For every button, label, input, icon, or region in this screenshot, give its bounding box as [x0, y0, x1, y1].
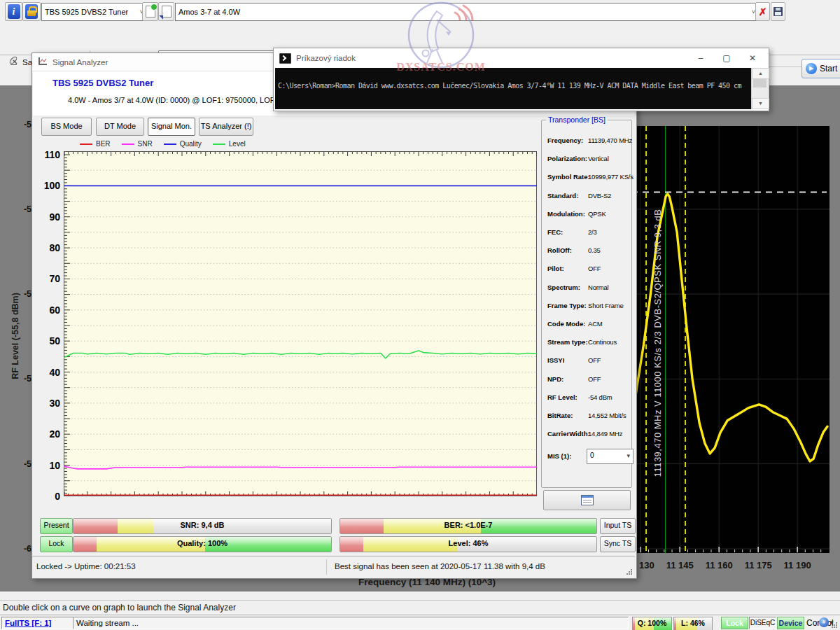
transponder-row-value: OFF [588, 265, 601, 272]
satellite-select[interactable]: Amos 3-7 at 4.0W ˅ [175, 3, 759, 21]
analyzer-statusbar: Locked -> Uptime: 00:21:53 Best signal h… [32, 556, 635, 578]
legend-label: Quality [180, 140, 202, 148]
legend-color-dash [80, 144, 92, 145]
transponder-row-label: NPD: [547, 375, 564, 383]
satellite-dish-icon [8, 55, 20, 69]
input-ts-button[interactable]: Input TS [600, 518, 636, 534]
level-meter: Level: 46% [340, 536, 597, 552]
transponder-row-label: Spectrum: [547, 284, 580, 291]
level-mini-meter: L: 46% [673, 617, 713, 630]
import-page-icon [162, 6, 172, 18]
y-axis-label: 20 [35, 428, 60, 440]
transponder-group: Transponder [BS] Frequency:11139,470 MHz… [541, 120, 632, 488]
diseqc-chip[interactable]: DiSEqC [749, 617, 776, 629]
transponder-row-label: Code Mode: [547, 320, 585, 328]
transponder-row-label: Stream type: [547, 338, 588, 346]
transponder-row-value: -54 dBm [588, 393, 612, 401]
close-button[interactable]: ✕ [744, 51, 761, 65]
transponder-row-value: 11139,470 MHz [588, 136, 632, 144]
transponder-row-value: Normal [588, 284, 608, 291]
y-axis-label: 70 [35, 273, 60, 284]
tuner-select[interactable]: TBS 5925 DVBS2 Tuner ˅ [41, 3, 147, 21]
transponder-row-label: CarrierWidth: [547, 430, 590, 438]
legend-label: Level [229, 140, 246, 148]
transponder-row-label: Standard: [547, 192, 578, 200]
info-button[interactable]: i [5, 2, 22, 21]
control-icon[interactable]: # [819, 617, 829, 627]
transponder-title: Transponder [BS] [546, 115, 608, 124]
transponder-row-value: Short Frame [588, 302, 624, 309]
lock-button[interactable] [22, 2, 41, 21]
y-axis-label: 50 [35, 335, 60, 346]
new-page-icon [146, 6, 155, 18]
fullts-cell[interactable]: FullTS [F: 1] [1, 617, 76, 629]
transponder-row-label: RollOff: [547, 246, 572, 254]
mis-value: 0 [590, 449, 594, 463]
y-axis-label: 80 [35, 242, 60, 253]
scroll-thumb[interactable] [753, 78, 766, 88]
statusbar-grip[interactable] [832, 622, 838, 628]
save-button[interactable] [771, 2, 785, 21]
start-button[interactable]: ▶ Start [802, 59, 840, 78]
tuner-select-value: TBS 5925 DVBS2 Tuner [45, 8, 128, 16]
y-axis-label: 100 [35, 180, 60, 191]
minimize-button[interactable]: – [692, 51, 709, 65]
maximize-button[interactable]: ▢ [718, 51, 735, 65]
svg-text:11139,470 MHz V 11000 KS/s 2/3: 11139,470 MHz V 11000 KS/s 2/3 DVB-S2/QP… [652, 209, 663, 477]
svg-text:11 160: 11 160 [706, 560, 733, 570]
transponder-row-value: Continous [588, 338, 617, 346]
transponder-row-label: Symbol Rate: [547, 173, 590, 181]
legend-item-ber: BER [80, 140, 111, 148]
transponder-row-value: 14,849 MHz [588, 430, 622, 438]
signal-monitor-plot[interactable] [64, 151, 537, 496]
transponder-row-label: Frame Type: [547, 302, 587, 309]
quality-mini-label: Q: 100% [638, 619, 666, 627]
level-meter-label: Level: 46% [449, 539, 489, 547]
ber-meter-label: BER: <1.0E-7 [444, 521, 493, 529]
resize-grip[interactable] [626, 568, 633, 575]
y-axis-label: 60 [35, 304, 60, 316]
svg-text:11 190: 11 190 [784, 560, 811, 570]
hint-bar: Double click on a curve on graph to laun… [0, 600, 840, 615]
legend-item-snr: SNR [122, 140, 153, 148]
mode-tab-ts-analyzer-[interactable]: TS Analyzer (!) [199, 118, 253, 136]
console-output[interactable]: C:\Users\Roman>Roman Dávid_www.dxsatcs.c… [275, 68, 751, 109]
delete-button[interactable]: ✗ [755, 2, 770, 21]
mis-select[interactable]: 0 ▾ [587, 449, 634, 464]
tuner-name: TBS 5925 DVBS2 Tuner [52, 78, 153, 88]
scroll-down-icon[interactable]: ▼ [752, 98, 769, 109]
transponder-row-value: ACM [588, 320, 603, 328]
console-scrollbar[interactable]: ▲ ▼ [751, 68, 768, 109]
new-channel-button[interactable] [142, 2, 158, 21]
transponder-list-button[interactable] [543, 490, 631, 510]
mode-tab-signal-mon-[interactable]: Signal Mon. [148, 118, 195, 136]
mode-tab-bs-mode[interactable]: BS Mode [41, 118, 92, 136]
satellite-select-value: Amos 3-7 at 4.0W [178, 8, 240, 16]
lock-uptime-status: Locked -> Uptime: 00:21:53 [36, 562, 136, 570]
import-button[interactable] [158, 2, 174, 21]
snr-meter: SNR: 9,4 dB [73, 518, 332, 534]
statusbar: FullTS [F: 1] Waiting stream ... Q: 100%… [0, 615, 840, 630]
sync-ts-button[interactable]: Sync TS [600, 536, 636, 552]
command-prompt-window: Príkazový riadok – ▢ ✕ C:\Users\Roman>Ro… [273, 48, 769, 111]
transponder-row-label: FEC: [547, 228, 563, 236]
quality-meter: Quality: 100% [73, 536, 332, 552]
fullts-link[interactable]: FullTS [F: 1] [5, 619, 51, 627]
device-chip[interactable]: Device [777, 617, 804, 629]
mode-tab-dt-mode[interactable]: DT Mode [96, 118, 144, 136]
transponder-row-label: BitRate: [547, 412, 573, 419]
report-window-icon [581, 495, 594, 505]
svg-text:11 145: 11 145 [666, 560, 694, 570]
y-axis-label: 40 [35, 367, 60, 378]
transponder-row-value: OFF [588, 356, 601, 364]
legend-color-dash [164, 144, 176, 145]
y-axis-label: 10 [35, 460, 60, 471]
lock-icon [25, 4, 38, 19]
snr-meter-label: SNR: 9,4 dB [181, 521, 225, 529]
quality-mini-meter: Q: 100% [632, 617, 672, 630]
stream-status-cell: Waiting stream ... [73, 617, 629, 629]
transponder-row-value: 14,552 Mbit/s [588, 412, 626, 419]
chart-legend: BERSNRQualityLevel [80, 140, 246, 148]
analyzer-title: Signal Analyzer [52, 58, 108, 66]
scroll-up-icon[interactable]: ▲ [752, 68, 769, 79]
